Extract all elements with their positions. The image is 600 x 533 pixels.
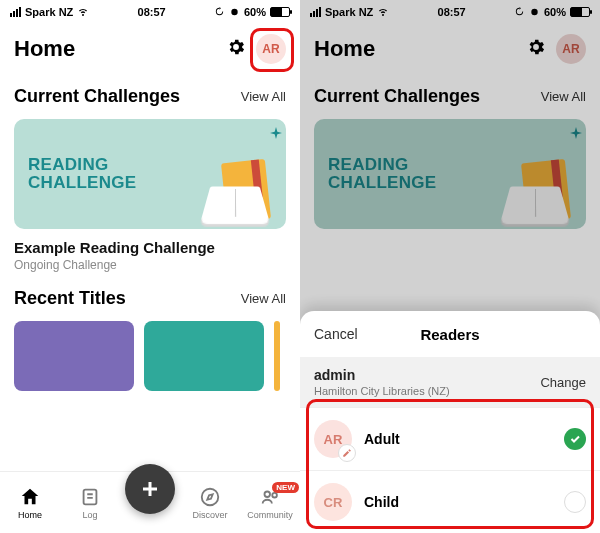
svg-point-2 [202, 488, 219, 505]
challenge-meta: Example Reading Challenge Ongoing Challe… [0, 237, 300, 272]
selected-check [564, 428, 586, 450]
reader-row-child[interactable]: CR Child [300, 470, 600, 533]
recent-tile-edge [274, 321, 280, 391]
nav-home[interactable]: Home [5, 486, 55, 520]
battery-icon [270, 7, 290, 17]
carrier-label: Spark NZ [25, 6, 73, 18]
recent-tile[interactable] [14, 321, 134, 391]
recent-section-head: Recent Titles View All [0, 272, 300, 317]
app-header: Home AR [0, 24, 300, 70]
cancel-button[interactable]: Cancel [314, 326, 358, 342]
reader-name: Child [364, 494, 552, 510]
sheet-header: Cancel Readers [300, 311, 600, 357]
status-bar: Spark NZ 08:57 60% [0, 0, 300, 24]
challenge-title: Example Reading Challenge [14, 239, 286, 256]
challenge-banner-line1: READING [28, 155, 109, 174]
reader-avatar: CR [314, 483, 352, 521]
recent-tiles [0, 317, 300, 391]
screen-readers-sheet: Spark NZ 08:57 60% Home AR Current Ch [300, 0, 600, 533]
nav-log[interactable]: Log [65, 486, 115, 520]
new-badge: NEW [272, 482, 299, 493]
reader-initials: CR [324, 495, 343, 510]
account-name: admin [314, 367, 450, 383]
reader-initials: AR [324, 432, 343, 447]
account-row: admin Hamilton City Libraries (NZ) Chang… [300, 357, 600, 407]
plus-icon [138, 477, 162, 501]
home-icon [19, 486, 41, 508]
recent-heading: Recent Titles [14, 288, 126, 309]
challenge-card[interactable]: READING CHALLENGE [14, 119, 286, 229]
unselected-radio[interactable] [564, 491, 586, 513]
account-library: Hamilton City Libraries (NZ) [314, 385, 450, 397]
sheet-title: Readers [420, 326, 479, 343]
challenge-subtitle: Ongoing Challenge [14, 258, 286, 272]
nav-discover[interactable]: Discover [185, 486, 235, 520]
signal-icon [10, 7, 21, 17]
change-account-button[interactable]: Change [540, 375, 586, 390]
challenges-section-head: Current Challenges View All [0, 70, 300, 115]
page-title: Home [14, 36, 75, 62]
reader-row-adult[interactable]: AR Adult [300, 407, 600, 470]
check-icon [569, 433, 581, 445]
battery-percent: 60% [244, 6, 266, 18]
nav-label: Home [18, 510, 42, 520]
add-button[interactable] [125, 464, 175, 514]
edit-reader-button[interactable] [338, 444, 356, 462]
clock: 08:57 [138, 6, 166, 18]
recent-view-all[interactable]: View All [241, 291, 286, 306]
svg-point-0 [231, 8, 237, 14]
recent-tile[interactable] [144, 321, 264, 391]
nav-label: Community [247, 510, 293, 520]
books-illustration [224, 161, 268, 221]
compass-icon [199, 486, 221, 508]
reader-name: Adult [364, 431, 552, 447]
nav-label: Discover [192, 510, 227, 520]
log-icon [79, 486, 101, 508]
challenges-heading: Current Challenges [14, 86, 180, 107]
profile-avatar[interactable]: AR [256, 34, 286, 64]
svg-point-4 [272, 492, 277, 497]
challenge-banner-line2: CHALLENGE [28, 173, 136, 192]
rotation-lock-icon [214, 6, 225, 19]
challenges-view-all[interactable]: View All [241, 89, 286, 104]
nav-label: Log [82, 510, 97, 520]
reader-avatar: AR [314, 420, 352, 458]
screen-home: Spark NZ 08:57 60% Home [0, 0, 300, 533]
sparkle-icon [270, 127, 282, 139]
bottom-nav: Home Log Discover NEW Community [0, 471, 300, 533]
wifi-icon [77, 5, 89, 19]
svg-point-3 [265, 491, 271, 497]
nav-community[interactable]: NEW Community [245, 486, 295, 520]
readers-sheet: Cancel Readers admin Hamilton City Libra… [300, 311, 600, 533]
settings-button[interactable] [226, 37, 246, 61]
alarm-icon [229, 6, 240, 19]
pencil-icon [342, 448, 352, 458]
